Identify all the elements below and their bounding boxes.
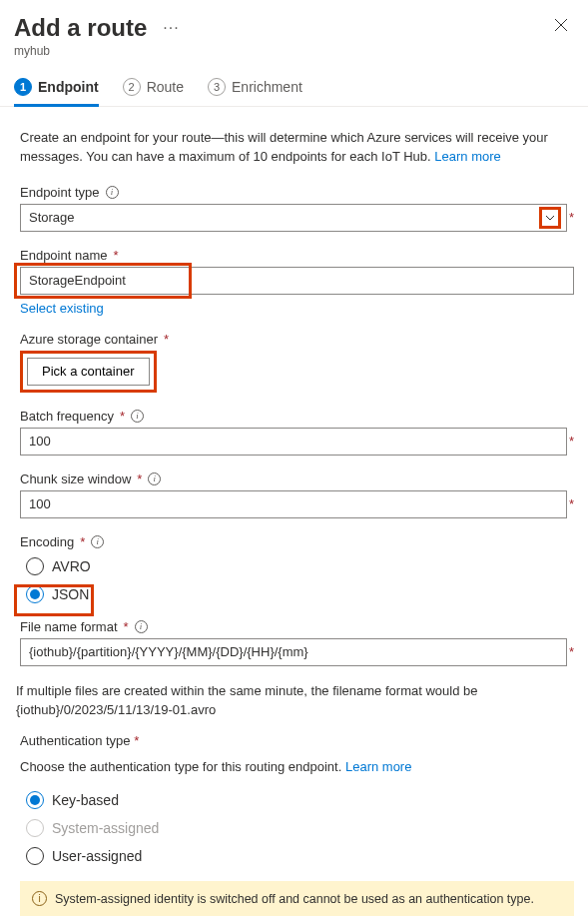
info-icon[interactable]: i <box>106 186 119 199</box>
file-format-input[interactable] <box>20 638 567 666</box>
close-icon <box>554 18 568 32</box>
select-existing-link[interactable]: Select existing <box>20 301 104 316</box>
info-icon[interactable]: i <box>91 535 104 548</box>
encoding-option-json[interactable]: JSON <box>26 585 574 603</box>
chunk-size-label: Chunk size window <box>20 471 131 486</box>
radio-icon <box>26 557 44 575</box>
info-icon[interactable]: i <box>135 620 148 633</box>
alert-banner: i System-assigned identity is switched o… <box>20 881 574 916</box>
endpoint-name-input[interactable] <box>20 267 574 295</box>
required-marker: * <box>80 534 85 549</box>
required-marker: * <box>569 644 574 659</box>
required-marker: * <box>134 733 139 748</box>
container-label: Azure storage container <box>20 332 158 347</box>
required-marker: * <box>113 248 118 263</box>
batch-frequency-input[interactable] <box>20 428 567 456</box>
required-marker: * <box>120 409 125 424</box>
step-enrichment[interactable]: 3 Enrichment <box>208 78 302 106</box>
radio-label: Key-based <box>52 792 119 808</box>
step-label: Enrichment <box>232 79 302 95</box>
info-icon[interactable]: i <box>131 410 144 423</box>
pick-container-button[interactable]: Pick a container <box>27 358 150 386</box>
step-number: 2 <box>123 78 141 96</box>
file-format-label: File name format <box>20 619 118 634</box>
required-marker: * <box>164 332 169 347</box>
endpoint-name-label: Endpoint name <box>20 248 107 263</box>
endpoint-type-select[interactable]: Storage <box>20 204 567 232</box>
learn-more-link[interactable]: Learn more <box>434 149 500 164</box>
step-number: 3 <box>208 78 226 96</box>
step-route[interactable]: 2 Route <box>123 78 184 106</box>
radio-label: JSON <box>52 586 89 602</box>
batch-frequency-label: Batch frequency <box>20 409 114 424</box>
page-title: Add a route <box>14 14 147 42</box>
info-icon: i <box>32 891 47 906</box>
step-endpoint[interactable]: 1 Endpoint <box>14 78 99 106</box>
required-marker: * <box>124 619 129 634</box>
step-label: Route <box>147 79 184 95</box>
info-icon[interactable]: i <box>148 472 161 485</box>
auth-option-key-based[interactable]: Key-based <box>26 791 574 809</box>
hub-name: myhub <box>14 44 568 58</box>
radio-icon <box>26 819 44 837</box>
auth-option-system-assigned: System-assigned <box>26 819 574 837</box>
radio-label: User-assigned <box>52 848 142 864</box>
radio-icon <box>26 847 44 865</box>
more-button[interactable]: ··· <box>159 19 183 37</box>
step-label: Endpoint <box>38 79 99 95</box>
radio-icon <box>26 791 44 809</box>
stepper: 1 Endpoint 2 Route 3 Enrichment <box>0 64 588 107</box>
auth-type-label: Authentication type <box>20 733 131 748</box>
required-marker: * <box>569 434 574 449</box>
required-marker: * <box>569 210 574 225</box>
required-marker: * <box>569 496 574 511</box>
radio-label: AVRO <box>52 558 91 574</box>
alert-text: System-assigned identity is switched off… <box>55 892 534 906</box>
auth-desc: Choose the authentication type for this … <box>20 758 574 777</box>
learn-more-link[interactable]: Learn more <box>345 759 411 774</box>
radio-label: System-assigned <box>52 820 159 836</box>
radio-icon <box>26 585 44 603</box>
endpoint-type-label: Endpoint type <box>20 185 100 200</box>
chunk-size-input[interactable] <box>20 490 567 518</box>
step-number: 1 <box>14 78 32 96</box>
encoding-label: Encoding <box>20 534 74 549</box>
required-marker: * <box>137 471 142 486</box>
auth-option-user-assigned[interactable]: User-assigned <box>26 847 574 865</box>
file-format-helper: If multiple files are created within the… <box>16 682 574 720</box>
close-button[interactable] <box>554 18 568 36</box>
highlight-box: Pick a container <box>20 351 157 393</box>
intro-text: Create an endpoint for your route—this w… <box>20 129 574 167</box>
encoding-option-avro[interactable]: AVRO <box>26 557 574 575</box>
